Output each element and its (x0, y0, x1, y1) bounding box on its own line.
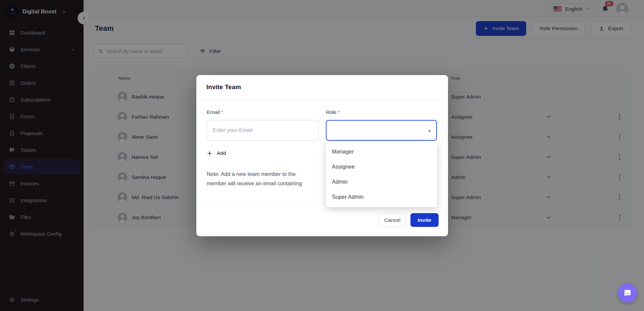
caret-up-icon: ▲ (428, 128, 431, 132)
plus-icon (207, 150, 212, 156)
role-option-assignee[interactable]: Assignee (326, 159, 437, 174)
role-dropdown-menu: Manager Assignee Admin Super Admin (326, 141, 437, 207)
required-asterisk: * (221, 109, 223, 115)
chat-widget-button[interactable] (618, 284, 637, 303)
invite-team-modal: Invite Team Email* Role* ▲ Add Note: Add… (196, 75, 448, 236)
add-member-button[interactable]: Add (207, 150, 226, 156)
email-field[interactable] (207, 120, 318, 141)
invite-button[interactable]: Invite (410, 213, 439, 227)
email-label: Email* (207, 109, 223, 115)
chat-bubble-icon (623, 289, 632, 298)
required-asterisk: * (338, 109, 340, 115)
modal-title: Invite Team (206, 83, 241, 91)
role-option-admin[interactable]: Admin (326, 174, 437, 189)
modal-footer: Cancel Invite (196, 203, 448, 236)
modal-header: Invite Team (196, 75, 448, 100)
role-label: Role* (326, 109, 340, 115)
role-option-manager[interactable]: Manager (326, 144, 437, 159)
cancel-button[interactable]: Cancel (379, 213, 406, 227)
role-option-super-admin[interactable]: Super Admin (326, 189, 437, 204)
role-select[interactable]: ▲ (326, 120, 437, 141)
